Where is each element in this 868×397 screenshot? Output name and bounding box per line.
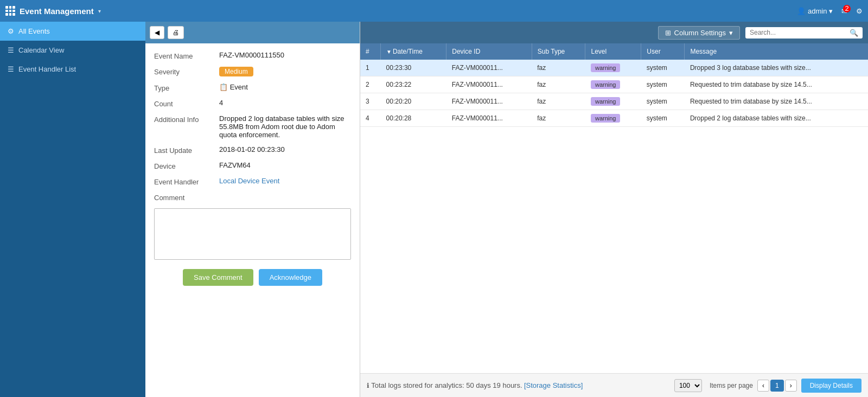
content-area: ◀ 🖨 Event Name FAZ-VM0000111550 Severity… (145, 22, 868, 397)
col-message: Message (685, 43, 868, 60)
cell-device-id: FAZ-VM000011... (446, 93, 532, 110)
event-handler-value: Local Device Event (219, 177, 351, 186)
type-label: Type (154, 83, 219, 92)
app-title: Event Management (20, 7, 94, 16)
event-handler-link[interactable]: Local Device Event (219, 177, 279, 185)
col-device-id: Device ID (446, 43, 532, 60)
cell-level: warning (585, 76, 641, 93)
cell-datetime: 00:23:22 (381, 76, 446, 93)
column-settings-chevron: ▾ (729, 29, 733, 37)
cell-datetime: 00:20:28 (381, 110, 446, 127)
col-num: # (360, 43, 381, 60)
per-page-select: 100 50 25 (674, 379, 702, 392)
sidebar-item-label: Event Handler List (18, 65, 76, 73)
app-title-chevron[interactable]: ▾ (98, 8, 101, 14)
sidebar-item-event-handler-list[interactable]: ☰ Event Handler List (0, 60, 145, 79)
sidebar-item-all-events[interactable]: ⚙ All Events (0, 22, 145, 41)
level-badge: warning (591, 114, 621, 123)
cell-level: warning (585, 110, 641, 127)
device-row: Device FAZVM64 (154, 161, 351, 170)
severity-label: Severity (154, 67, 219, 76)
all-events-icon: ⚙ (8, 27, 14, 35)
column-settings-label: Column Settings (674, 29, 726, 37)
cell-num: 4 (360, 110, 381, 127)
detail-buttons: Save Comment Acknowledge (154, 261, 351, 291)
event-name-row: Event Name FAZ-VM0000111550 (154, 51, 351, 60)
level-badge: warning (591, 80, 621, 89)
col-datetime[interactable]: ▼Date/Time (381, 43, 446, 60)
cell-sub-type: faz (532, 110, 585, 127)
severity-badge: Medium (219, 67, 253, 76)
severity-row: Severity Medium (154, 67, 351, 76)
admin-user[interactable]: 👤 admin ▾ (797, 7, 833, 15)
comment-value (219, 193, 351, 202)
prev-page-button[interactable]: ‹ (757, 380, 769, 392)
table-panel: ⊞ Column Settings ▾ 🔍 # ▼Date/Time Devic… (360, 22, 868, 397)
events-table: # ▼Date/Time Device ID Sub Type Level Us… (360, 43, 868, 127)
count-row: Count 4 (154, 99, 351, 108)
count-label: Count (154, 99, 219, 108)
last-update-value: 2018-01-02 00:23:30 (219, 145, 351, 155)
cell-user: system (641, 110, 685, 127)
table-toolbar: ⊞ Column Settings ▾ 🔍 (360, 22, 868, 43)
next-page-button[interactable]: › (785, 380, 797, 392)
level-badge: warning (591, 97, 621, 106)
level-badge: warning (591, 63, 621, 72)
footer-info: ℹ Total logs stored for analytics: 50 da… (367, 381, 583, 389)
cell-message: Requested to trim database by size 14.5.… (685, 93, 868, 110)
acknowledge-button[interactable]: Acknowledge (259, 269, 322, 286)
settings-icon[interactable]: ⚙ (856, 7, 863, 15)
event-handler-label: Event Handler (154, 177, 219, 186)
table-row[interactable]: 2 00:23:22 FAZ-VM000011... faz warning s… (360, 76, 868, 93)
cell-device-id: FAZ-VM000011... (446, 110, 532, 127)
type-row: Type 📋 Event (154, 83, 351, 92)
mail-icon[interactable]: ✉ 2 (841, 7, 847, 15)
comment-textarea[interactable] (154, 208, 351, 260)
count-value: 4 (219, 99, 351, 108)
items-per-page-label: Items per page (710, 382, 753, 389)
footer-info-text: Total logs stored for analytics: 50 days… (371, 381, 522, 389)
cell-user: system (641, 60, 685, 76)
cell-device-id: FAZ-VM000011... (446, 76, 532, 93)
type-value: 📋 Event (219, 83, 351, 92)
cell-device-id: FAZ-VM000011... (446, 60, 532, 76)
page-1-button[interactable]: 1 (770, 380, 784, 392)
column-settings-button[interactable]: ⊞ Column Settings ▾ (658, 26, 740, 40)
cell-sub-type: faz (532, 93, 585, 110)
event-handler-row: Event Handler Local Device Event (154, 177, 351, 186)
print-button[interactable]: 🖨 (168, 26, 184, 39)
additional-info-value: Dropped 2 log database tables with size … (219, 114, 351, 139)
detail-toolbar: ◀ 🖨 (145, 22, 360, 43)
cell-num: 2 (360, 76, 381, 93)
additional-info-row: Additional Info Dropped 2 log database t… (154, 114, 351, 139)
table-row[interactable]: 1 00:23:30 FAZ-VM000011... faz warning s… (360, 60, 868, 76)
table-header-row: # ▼Date/Time Device ID Sub Type Level Us… (360, 43, 868, 60)
cell-level: warning (585, 60, 641, 76)
calendar-icon: ☰ (8, 46, 14, 54)
display-details-button[interactable]: Display Details (801, 379, 861, 393)
last-update-row: Last Update 2018-01-02 00:23:30 (154, 145, 351, 155)
additional-info-label: Additional Info (154, 114, 219, 139)
items-per-page-dropdown[interactable]: 100 50 25 (674, 379, 702, 392)
app-grid-icon[interactable] (5, 6, 15, 16)
event-name-label: Event Name (154, 51, 219, 60)
sidebar-item-calendar-view[interactable]: ☰ Calendar View (0, 41, 145, 60)
cell-message: Dropped 3 log database tables with size.… (685, 60, 868, 76)
cell-sub-type: faz (532, 60, 585, 76)
cell-user: system (641, 76, 685, 93)
device-value: FAZVM64 (219, 161, 351, 170)
cell-sub-type: faz (532, 76, 585, 93)
back-button[interactable]: ◀ (150, 26, 164, 39)
list-icon: ☰ (8, 65, 14, 73)
col-user: User (641, 43, 685, 60)
search-input[interactable] (750, 29, 847, 36)
footer-right: 100 50 25 Items per page ‹ 1 › Display D… (674, 379, 861, 393)
search-icon: 🔍 (850, 29, 858, 37)
detail-panel: ◀ 🖨 Event Name FAZ-VM0000111550 Severity… (145, 22, 360, 397)
topbar-left: Event Management ▾ (5, 6, 101, 16)
sidebar: ⚙ All Events ☰ Calendar View ☰ Event Han… (0, 22, 145, 397)
table-row[interactable]: 3 00:20:20 FAZ-VM000011... faz warning s… (360, 93, 868, 110)
table-row[interactable]: 4 00:20:28 FAZ-VM000011... faz warning s… (360, 110, 868, 127)
save-comment-button[interactable]: Save Comment (183, 269, 253, 286)
storage-statistics-link[interactable]: [Storage Statistics] (524, 381, 583, 389)
